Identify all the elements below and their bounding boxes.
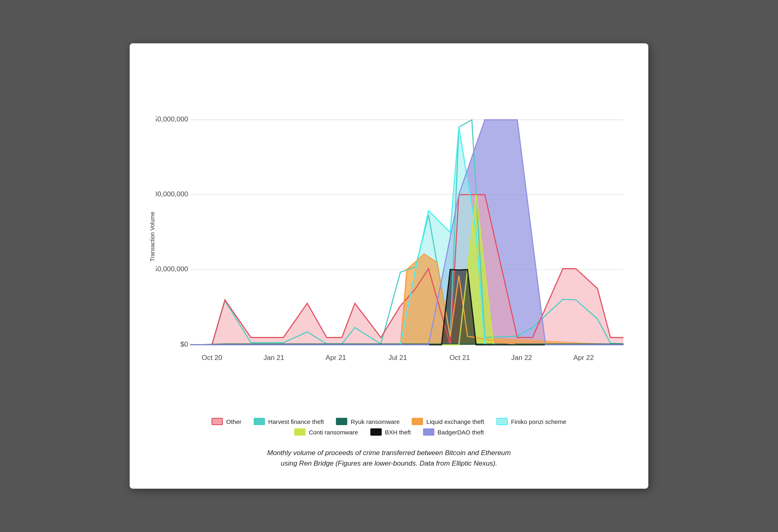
legend-label-harvest: Harvest finance theft: [268, 418, 324, 425]
legend-label-bxh: BXH theft: [385, 429, 411, 436]
finiko-swatch: [496, 418, 508, 425]
legend-label-ryuk: Ryuk ransomware: [351, 418, 400, 425]
legend-item-finiko: Finiko ponzi scheme: [496, 418, 566, 425]
badger-swatch: [423, 428, 434, 436]
svg-text:$150,000,000: $150,000,000: [156, 115, 188, 123]
liquid-swatch: [412, 418, 423, 425]
legend-label-liquid: Liquid exchange theft: [426, 418, 484, 425]
legend-item-conti: Conti ransomware: [294, 428, 358, 436]
chart-inner: $150,000,000 $100,000,000 $50,000,000 $0…: [156, 64, 632, 410]
svg-text:Apr 21: Apr 21: [326, 354, 346, 362]
legend-row-2: Conti ransomware BXH theft BadgerDAO the…: [294, 428, 484, 436]
legend-label-conti: Conti ransomware: [309, 429, 358, 436]
svg-text:Oct 21: Oct 21: [449, 354, 470, 362]
bxh-swatch: [370, 428, 382, 436]
svg-text:$0: $0: [180, 340, 188, 348]
chart-area: Transaction Volume $150,000,000: [146, 60, 632, 472]
svg-wrapper: $150,000,000 $100,000,000 $50,000,000 $0…: [156, 64, 632, 410]
legend-label-finiko: Finiko ponzi scheme: [511, 418, 566, 425]
svg-text:Jan 21: Jan 21: [263, 354, 284, 362]
svg-text:Jul 21: Jul 21: [389, 354, 407, 362]
other-swatch: [212, 418, 223, 425]
legend-area: Other Harvest finance theft Ryuk ransomw…: [146, 418, 632, 436]
legend-item-other: Other: [212, 418, 242, 425]
legend-label-badger: BadgerDAO theft: [438, 429, 484, 436]
legend-row-1: Other Harvest finance theft Ryuk ransomw…: [212, 418, 566, 425]
caption-line2: using Ren Bridge (Figures are lower-boun…: [281, 460, 497, 467]
ryuk-swatch: [336, 418, 347, 425]
svg-text:Oct 20: Oct 20: [202, 354, 222, 362]
y-axis-label: Transaction Volume: [146, 64, 156, 410]
legend-label-other: Other: [226, 418, 242, 425]
svg-text:Jan 22: Jan 22: [511, 354, 532, 362]
chart-card: Transaction Volume $150,000,000: [130, 43, 648, 489]
legend-item-liquid: Liquid exchange theft: [412, 418, 484, 425]
svg-text:Apr 22: Apr 22: [573, 354, 594, 362]
svg-text:$50,000,000: $50,000,000: [156, 265, 188, 273]
legend-item-ryuk: Ryuk ransomware: [336, 418, 400, 425]
legend-item-badger: BadgerDAO theft: [423, 428, 484, 436]
chart-container: Transaction Volume $150,000,000: [146, 64, 632, 410]
conti-swatch: [294, 428, 306, 436]
caption-line1: Monthly volume of proceeds of crime tran…: [267, 449, 511, 457]
chart-caption: Monthly volume of proceeds of crime tran…: [146, 448, 632, 472]
legend-item-bxh: BXH theft: [370, 428, 411, 436]
svg-text:$100,000,000: $100,000,000: [156, 190, 188, 198]
legend-item-harvest: Harvest finance theft: [254, 418, 324, 425]
harvest-swatch: [254, 418, 265, 425]
